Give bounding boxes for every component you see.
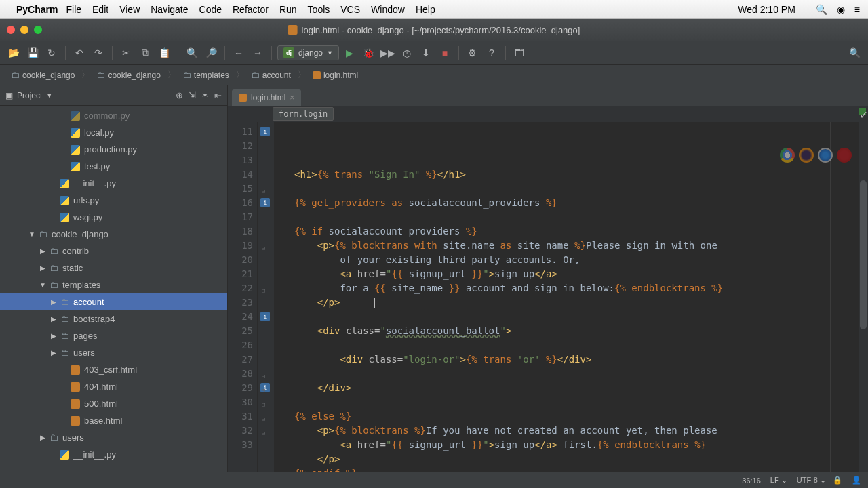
minimize-window-button[interactable] <box>20 26 28 34</box>
scroll-to-source-icon[interactable]: ⊕ <box>176 90 183 100</box>
gear-icon[interactable]: ✶ <box>201 90 209 100</box>
attach-icon[interactable]: ⬇ <box>418 45 434 61</box>
settings-icon[interactable]: ⚙ <box>465 45 481 61</box>
menubar-item-refactor[interactable]: Refactor <box>233 4 269 15</box>
siri-icon[interactable]: ◉ <box>837 4 845 15</box>
tree-arrow-icon[interactable]: ▶ <box>38 434 47 441</box>
app-name[interactable]: PyCharm <box>16 4 58 15</box>
fold-toggle-icon[interactable]: ⊟ <box>262 384 265 398</box>
fold-toggle-icon[interactable]: ⊟ <box>262 398 265 412</box>
debug-icon[interactable]: 🐞 <box>361 45 377 61</box>
editor-tab-login[interactable]: login.html × <box>232 89 301 106</box>
tree-row[interactable]: 500.html <box>0 395 227 412</box>
tool-window-toggle-icon[interactable] <box>7 476 20 485</box>
spotlight-icon[interactable]: 🔍 <box>816 4 827 15</box>
close-tab-icon[interactable]: × <box>290 93 294 102</box>
menubar-item-code[interactable]: Code <box>199 4 222 15</box>
tree-row[interactable]: urls.py <box>0 192 227 209</box>
tree-row[interactable]: ▶🗀bootstrap4 <box>0 310 227 327</box>
tree-arrow-icon[interactable]: ▼ <box>27 230 37 238</box>
tree-row[interactable]: ▶🗀pages <box>0 327 227 344</box>
paste-icon[interactable]: 📋 <box>156 45 172 61</box>
help-icon[interactable]: ? <box>484 45 500 61</box>
editor-scrollbar[interactable]: ✓ <box>859 106 868 472</box>
breadcrumb-item[interactable]: login.html <box>309 69 362 81</box>
readonly-lock-icon[interactable]: 🔒 <box>833 476 842 485</box>
fold-toggle-icon[interactable]: ⊟ <box>262 426 265 441</box>
breadcrumb-item[interactable]: 🗀cookie_django <box>92 68 164 81</box>
find-icon[interactable]: 🔍 <box>184 45 200 61</box>
tree-row[interactable]: ▶🗀users <box>0 344 227 361</box>
menubar-item-window[interactable]: Window <box>371 4 405 15</box>
replace-icon[interactable]: 🔎 <box>203 45 219 61</box>
profile-icon[interactable]: ◷ <box>399 45 415 61</box>
tree-arrow-icon[interactable]: ▶ <box>49 298 58 306</box>
tree-row[interactable]: ▶🗀static <box>0 260 227 277</box>
search-everywhere-icon[interactable]: 🔍 <box>846 45 863 61</box>
menubar-item-file[interactable]: File <box>66 4 81 15</box>
opera-icon[interactable] <box>837 148 852 163</box>
back-icon[interactable]: ← <box>231 45 247 61</box>
inspection-status-icon[interactable]: ✓ <box>859 108 866 115</box>
menubar-item-tools[interactable]: Tools <box>308 4 330 15</box>
tree-row[interactable]: ▼🗀templates <box>0 277 227 293</box>
notification-center-icon[interactable]: ≡ <box>854 4 860 15</box>
fold-toggle-icon[interactable]: ⊟ <box>262 412 265 426</box>
tree-arrow-icon[interactable]: ▶ <box>49 315 58 323</box>
sync-icon[interactable]: ↻ <box>43 45 60 61</box>
manage-py-icon[interactable]: 🗔 <box>511 45 528 61</box>
i18n-gutter-icon[interactable]: i <box>260 198 270 207</box>
safari-icon[interactable] <box>818 148 833 163</box>
caret-position[interactable]: 36:16 <box>742 476 761 485</box>
fold-toggle-icon[interactable]: ⊟ <box>262 284 265 298</box>
menubar-clock[interactable]: Wed 2:10 PM <box>738 4 795 15</box>
editor-body[interactable]: 1112131415161718192021222324252627282930… <box>228 122 868 472</box>
tree-row[interactable]: ▼🗀cookie_django <box>0 226 227 243</box>
project-panel-title[interactable]: Project <box>17 91 42 100</box>
copy-icon[interactable]: ⧉ <box>137 45 153 61</box>
inspection-profile-icon[interactable]: 👤 <box>852 476 861 485</box>
firefox-icon[interactable] <box>799 148 814 163</box>
i18n-gutter-icon[interactable]: i <box>260 312 270 321</box>
run-configuration-selector[interactable]: dj django ▼ <box>277 45 339 60</box>
open-file-icon[interactable]: 📂 <box>5 45 22 61</box>
i18n-gutter-icon[interactable]: i <box>260 127 270 136</box>
tree-row[interactable]: ▶🗀account <box>0 293 227 310</box>
tree-row[interactable]: __init__.py <box>0 446 227 463</box>
menubar-item-run[interactable]: Run <box>279 4 297 15</box>
menubar-item-help[interactable]: Help <box>416 4 435 15</box>
save-all-icon[interactable]: 💾 <box>24 45 41 61</box>
menubar-item-view[interactable]: View <box>119 4 140 15</box>
forward-icon[interactable]: → <box>250 45 266 61</box>
tree-row[interactable]: ▶🗀contrib <box>0 243 227 260</box>
file-encoding[interactable]: UTF-8 ⌄ <box>797 476 826 485</box>
tree-row[interactable]: production.py <box>0 141 227 158</box>
tree-arrow-icon[interactable]: ▼ <box>38 281 47 289</box>
code-content[interactable]: <h1>{% trans "Sign In" %}</h1>{% get_pro… <box>274 122 868 472</box>
menubar-item-edit[interactable]: Edit <box>92 4 108 15</box>
cut-icon[interactable]: ✂ <box>118 45 134 61</box>
tree-row[interactable]: __init__.py <box>0 175 227 192</box>
tree-arrow-icon[interactable]: ▶ <box>38 264 47 272</box>
tree-row[interactable]: 403_csrf.html <box>0 361 227 378</box>
tree-row[interactable]: common.py <box>0 107 227 124</box>
project-view-icon[interactable]: ▣ <box>5 91 13 100</box>
tree-row[interactable]: wsgi.py <box>0 209 227 226</box>
tree-row[interactable]: local.py <box>0 124 227 141</box>
coverage-icon[interactable]: ▶▶ <box>380 45 396 61</box>
tree-row[interactable]: base.html <box>0 412 227 429</box>
menubar-item-navigate[interactable]: Navigate <box>151 4 188 15</box>
stop-icon[interactable]: ■ <box>437 45 453 61</box>
tree-row[interactable]: ▶🗀users <box>0 429 227 446</box>
line-number-gutter[interactable]: 1112131415161718192021222324252627282930… <box>228 122 258 472</box>
hide-panel-icon[interactable]: ⇤ <box>214 90 222 100</box>
editor-crumb[interactable]: form.login <box>273 107 334 121</box>
fold-toggle-icon[interactable]: ⊟ <box>262 241 265 256</box>
run-icon[interactable]: ▶ <box>342 45 358 61</box>
chrome-icon[interactable] <box>780 148 795 163</box>
breadcrumb-item[interactable]: 🗀cookie_django <box>7 68 79 81</box>
breadcrumb-item[interactable]: 🗀account <box>247 68 295 81</box>
tree-arrow-icon[interactable]: ▶ <box>49 349 58 357</box>
breadcrumb-item[interactable]: 🗀templates <box>178 68 233 81</box>
redo-icon[interactable]: ↷ <box>90 45 106 61</box>
